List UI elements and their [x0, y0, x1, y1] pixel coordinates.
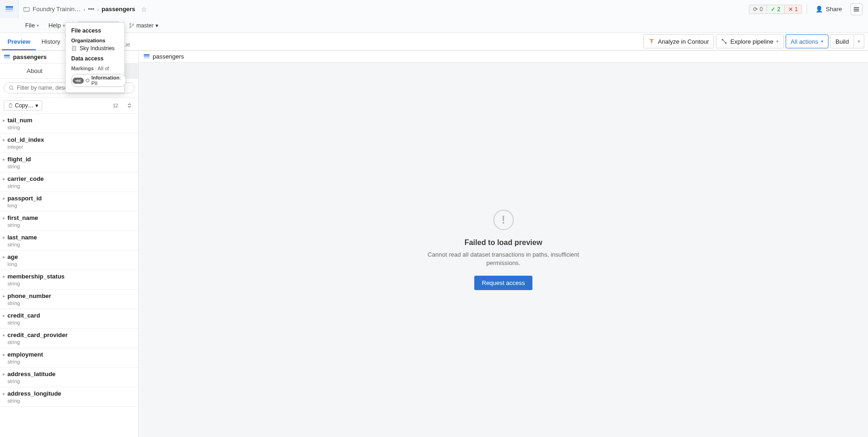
- separator: [807, 4, 807, 14]
- sidebar-title: passengers: [13, 53, 47, 60]
- column-item[interactable]: ▸carrier_codestring: [0, 172, 138, 192]
- chevron-right-icon: ▸: [3, 118, 7, 123]
- caret-down-icon: ▾: [155, 22, 158, 29]
- branch-selector[interactable]: master ▾: [129, 22, 158, 29]
- column-item[interactable]: ▸address_longitudestring: [0, 387, 138, 407]
- chevron-right-icon: ▸: [3, 293, 7, 298]
- column-name: address_latitude: [7, 371, 55, 377]
- titlebar: Foundry Trainin… › ••• › passengers ☆ ⟳0…: [0, 0, 868, 19]
- tab-preview[interactable]: Preview: [2, 33, 36, 50]
- column-name: employment: [7, 351, 43, 358]
- chevron-right-icon: ▸: [3, 391, 7, 396]
- build-caret-button[interactable]: ▾: [854, 34, 864, 48]
- column-item[interactable]: ▸agelong: [0, 251, 138, 270]
- share-button[interactable]: 👤 Share: [812, 4, 846, 14]
- list-icon-button[interactable]: [850, 3, 862, 15]
- column-item[interactable]: ▸employmentstring: [0, 348, 138, 368]
- caret-down-icon: ▾: [776, 39, 779, 44]
- search-icon: [9, 85, 14, 91]
- collapse-all-button[interactable]: [124, 100, 135, 111]
- shield-icon: [86, 78, 89, 83]
- copy-menu[interactable]: Copy… ▾: [4, 100, 42, 111]
- column-item[interactable]: ▸tail_numstring: [0, 114, 138, 133]
- column-name: carrier_code: [7, 175, 44, 182]
- chevron-right-icon: ▸: [3, 157, 7, 162]
- sidebar-tool-row: Copy… ▾ 12: [0, 98, 138, 114]
- svg-rect-18: [144, 56, 149, 57]
- dataset-icon: [4, 54, 10, 60]
- column-name: credit_card: [7, 312, 40, 319]
- column-list: ▸tail_numstring▸col_id_indexinteger▸flig…: [0, 114, 138, 437]
- status-pill-group: ⟳0 ✓2 ✕1: [749, 5, 802, 14]
- column-item[interactable]: ▸credit_card_providerstring: [0, 329, 138, 348]
- build-button[interactable]: Build: [830, 34, 854, 48]
- chevron-right-icon: ▸: [3, 254, 7, 259]
- column-name: flight_id: [7, 156, 31, 163]
- column-name: last_name: [7, 234, 37, 241]
- app-icon[interactable]: [0, 0, 19, 19]
- refresh-icon: ⟳: [753, 6, 758, 13]
- column-type: string: [7, 242, 134, 247]
- svg-rect-2: [6, 10, 13, 12]
- breadcrumb-root[interactable]: Foundry Trainin…: [33, 6, 81, 13]
- chevron-right-icon: ▸: [3, 352, 7, 357]
- column-type: string: [7, 339, 134, 345]
- breadcrumb-ellipsis[interactable]: •••: [88, 6, 94, 13]
- chevron-right-icon: ▸: [3, 332, 7, 338]
- column-type: long: [7, 203, 134, 208]
- column-item[interactable]: ▸passport_idlong: [0, 192, 138, 212]
- breadcrumb-leaf[interactable]: passengers: [101, 6, 135, 13]
- menu-file[interactable]: File▾: [22, 20, 42, 31]
- x-icon: ✕: [788, 6, 793, 13]
- column-item[interactable]: ▸phone_numberstring: [0, 290, 138, 309]
- clipboard-icon: [8, 103, 13, 108]
- explore-pipeline-button[interactable]: Explore pipeline ▾: [716, 34, 784, 48]
- contour-icon: [648, 38, 655, 45]
- branch-icon: [129, 23, 135, 28]
- check-icon: ✓: [771, 6, 775, 13]
- refresh-status[interactable]: ⟳0: [749, 5, 767, 13]
- column-name: address_longitude: [7, 390, 61, 397]
- marking-chip[interactable]: ⋘ Information: PII: [71, 74, 126, 87]
- column-name: credit_card_provider: [7, 331, 67, 338]
- column-type: string: [7, 320, 134, 325]
- svg-rect-17: [144, 54, 149, 55]
- content-title: passengers: [153, 53, 184, 60]
- sidebar-tab-about[interactable]: About: [0, 64, 69, 78]
- column-item[interactable]: ▸col_id_indexinteger: [0, 133, 138, 153]
- chevron-right-icon: ▸: [3, 196, 7, 201]
- error-status[interactable]: ✕1: [784, 5, 802, 13]
- analyze-button[interactable]: Analyze in Contour: [643, 34, 714, 48]
- column-type: string: [7, 300, 134, 306]
- popover-org-item[interactable]: Sky Industries: [71, 45, 119, 52]
- column-name: phone_number: [7, 292, 51, 299]
- column-count: 12: [110, 100, 121, 111]
- all-actions-button[interactable]: All actions ▾: [786, 34, 828, 48]
- column-name: tail_num: [7, 117, 32, 124]
- column-item[interactable]: ▸membership_statusstring: [0, 270, 138, 290]
- popover-orgs-label: Organizations: [71, 38, 119, 43]
- check-status[interactable]: ✓2: [767, 5, 784, 13]
- column-type: string: [7, 222, 134, 228]
- content-header: passengers: [139, 51, 868, 63]
- column-item[interactable]: ▸last_namestring: [0, 231, 138, 251]
- chevron-right-icon: ▸: [3, 176, 7, 181]
- request-access-button[interactable]: Request access: [474, 276, 532, 290]
- building-icon: [71, 46, 77, 51]
- tab-history[interactable]: History: [36, 33, 66, 50]
- column-item[interactable]: ▸flight_idstring: [0, 153, 138, 172]
- column-type: string: [7, 359, 134, 364]
- svg-rect-12: [4, 56, 10, 58]
- svg-rect-16: [10, 103, 11, 104]
- access-popover: File access Organizations Sky Industries…: [65, 22, 125, 93]
- breadcrumb: Foundry Trainin… › ••• › passengers ☆: [19, 6, 152, 13]
- chevron-right-icon: ▸: [3, 313, 7, 318]
- star-icon[interactable]: ☆: [141, 6, 147, 13]
- menu-help[interactable]: Help▾: [46, 20, 68, 31]
- column-item[interactable]: ▸first_namestring: [0, 212, 138, 231]
- svg-rect-4: [24, 7, 26, 8]
- content-tabbar: Preview History Details Analyze in Conto…: [0, 33, 868, 51]
- column-item[interactable]: ▸credit_cardstring: [0, 309, 138, 329]
- column-item[interactable]: ▸address_latitudestring: [0, 368, 138, 387]
- popover-file-access-heading: File access: [71, 27, 119, 34]
